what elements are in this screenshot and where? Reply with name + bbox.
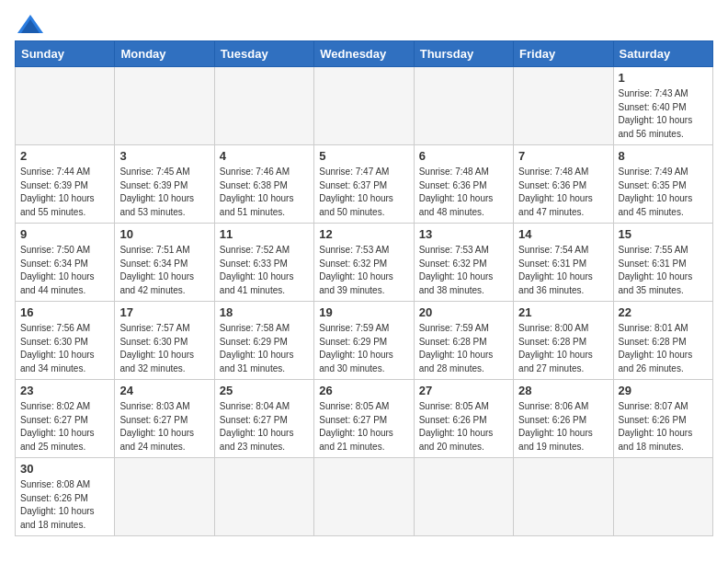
calendar-week-row: 1Sunrise: 7:43 AM Sunset: 6:40 PM Daylig… xyxy=(16,67,713,145)
day-info: Sunrise: 7:44 AM Sunset: 6:39 PM Dayligh… xyxy=(20,166,109,219)
day-info: Sunrise: 8:04 AM Sunset: 6:27 PM Dayligh… xyxy=(220,400,309,454)
day-number: 30 xyxy=(20,462,109,476)
calendar-cell: 3Sunrise: 7:45 AM Sunset: 6:39 PM Daylig… xyxy=(115,145,214,224)
day-info: Sunrise: 7:57 AM Sunset: 6:30 PM Dayligh… xyxy=(119,322,209,375)
day-number: 23 xyxy=(20,384,109,397)
day-info: Sunrise: 8:00 AM Sunset: 6:28 PM Dayligh… xyxy=(518,322,608,375)
calendar-week-row: 9Sunrise: 7:50 AM Sunset: 6:34 PM Daylig… xyxy=(16,224,713,302)
calendar-header-sunday: Sunday xyxy=(16,41,115,67)
day-info: Sunrise: 7:43 AM Sunset: 6:40 PM Dayligh… xyxy=(619,87,708,141)
day-number: 29 xyxy=(619,384,708,397)
day-number: 4 xyxy=(220,149,309,163)
calendar-cell: 17Sunrise: 7:57 AM Sunset: 6:30 PM Dayli… xyxy=(115,302,214,380)
calendar-cell: 28Sunrise: 8:06 AM Sunset: 6:26 PM Dayli… xyxy=(514,380,613,458)
day-info: Sunrise: 7:47 AM Sunset: 6:37 PM Dayligh… xyxy=(319,166,408,219)
day-number: 17 xyxy=(119,305,209,319)
calendar-week-row: 30Sunrise: 8:08 AM Sunset: 6:26 PM Dayli… xyxy=(16,458,713,536)
day-number: 6 xyxy=(419,149,508,163)
day-number: 28 xyxy=(518,384,608,397)
calendar-header-thursday: Thursday xyxy=(414,41,513,67)
day-info: Sunrise: 7:52 AM Sunset: 6:33 PM Dayligh… xyxy=(220,244,309,297)
day-number: 14 xyxy=(518,227,608,241)
day-number: 27 xyxy=(419,384,508,397)
calendar-cell: 18Sunrise: 7:58 AM Sunset: 6:29 PM Dayli… xyxy=(214,302,313,380)
day-info: Sunrise: 8:05 AM Sunset: 6:27 PM Dayligh… xyxy=(319,400,408,454)
day-info: Sunrise: 7:51 AM Sunset: 6:34 PM Dayligh… xyxy=(119,244,209,297)
day-number: 19 xyxy=(319,305,408,319)
day-number: 24 xyxy=(119,384,209,397)
day-info: Sunrise: 7:50 AM Sunset: 6:34 PM Dayligh… xyxy=(20,244,109,297)
calendar-cell xyxy=(115,458,214,536)
day-number: 18 xyxy=(220,305,309,319)
calendar-week-row: 16Sunrise: 7:56 AM Sunset: 6:30 PM Dayli… xyxy=(16,302,713,380)
calendar-header-monday: Monday xyxy=(115,41,214,67)
day-number: 26 xyxy=(319,384,408,397)
calendar-week-row: 2Sunrise: 7:44 AM Sunset: 6:39 PM Daylig… xyxy=(16,145,713,224)
day-number: 12 xyxy=(319,227,408,241)
day-info: Sunrise: 8:05 AM Sunset: 6:26 PM Dayligh… xyxy=(419,400,508,454)
calendar-cell: 11Sunrise: 7:52 AM Sunset: 6:33 PM Dayli… xyxy=(214,224,313,302)
day-number: 21 xyxy=(518,305,608,319)
day-info: Sunrise: 7:45 AM Sunset: 6:39 PM Dayligh… xyxy=(119,166,209,219)
calendar-cell: 23Sunrise: 8:02 AM Sunset: 6:27 PM Dayli… xyxy=(16,380,115,458)
calendar-cell xyxy=(514,67,613,145)
day-number: 5 xyxy=(319,149,408,163)
day-number: 10 xyxy=(119,227,209,241)
day-number: 25 xyxy=(220,384,309,397)
day-info: Sunrise: 7:55 AM Sunset: 6:31 PM Dayligh… xyxy=(619,244,708,297)
calendar-cell: 6Sunrise: 7:48 AM Sunset: 6:36 PM Daylig… xyxy=(414,145,513,224)
day-number: 22 xyxy=(619,305,708,319)
calendar-cell: 13Sunrise: 7:53 AM Sunset: 6:32 PM Dayli… xyxy=(414,224,513,302)
calendar-cell: 16Sunrise: 7:56 AM Sunset: 6:30 PM Dayli… xyxy=(16,302,115,380)
day-info: Sunrise: 7:53 AM Sunset: 6:32 PM Dayligh… xyxy=(319,244,408,297)
calendar-header-saturday: Saturday xyxy=(613,41,712,67)
calendar-cell: 9Sunrise: 7:50 AM Sunset: 6:34 PM Daylig… xyxy=(16,224,115,302)
day-number: 13 xyxy=(419,227,508,241)
day-number: 7 xyxy=(518,149,608,163)
day-info: Sunrise: 8:02 AM Sunset: 6:27 PM Dayligh… xyxy=(20,400,109,454)
calendar-cell xyxy=(514,458,613,536)
day-info: Sunrise: 8:01 AM Sunset: 6:28 PM Dayligh… xyxy=(619,322,708,375)
calendar-cell: 2Sunrise: 7:44 AM Sunset: 6:39 PM Daylig… xyxy=(16,145,115,224)
logo xyxy=(15,15,43,33)
calendar-table: SundayMondayTuesdayWednesdayThursdayFrid… xyxy=(15,40,713,536)
day-info: Sunrise: 7:54 AM Sunset: 6:31 PM Dayligh… xyxy=(518,244,608,297)
calendar-cell: 7Sunrise: 7:48 AM Sunset: 6:36 PM Daylig… xyxy=(514,145,613,224)
calendar-cell: 4Sunrise: 7:46 AM Sunset: 6:38 PM Daylig… xyxy=(214,145,313,224)
day-info: Sunrise: 7:59 AM Sunset: 6:28 PM Dayligh… xyxy=(419,322,508,375)
calendar-cell: 12Sunrise: 7:53 AM Sunset: 6:32 PM Dayli… xyxy=(314,224,414,302)
calendar-cell xyxy=(214,458,313,536)
day-number: 9 xyxy=(20,227,109,241)
day-number: 11 xyxy=(220,227,309,241)
day-info: Sunrise: 7:48 AM Sunset: 6:36 PM Dayligh… xyxy=(419,166,508,219)
day-number: 2 xyxy=(20,149,109,163)
calendar-week-row: 23Sunrise: 8:02 AM Sunset: 6:27 PM Dayli… xyxy=(16,380,713,458)
day-info: Sunrise: 7:48 AM Sunset: 6:36 PM Dayligh… xyxy=(518,166,608,219)
calendar-cell: 21Sunrise: 8:00 AM Sunset: 6:28 PM Dayli… xyxy=(514,302,613,380)
calendar-cell: 8Sunrise: 7:49 AM Sunset: 6:35 PM Daylig… xyxy=(613,145,712,224)
calendar-cell xyxy=(16,67,115,145)
day-number: 15 xyxy=(619,227,708,241)
calendar-cell xyxy=(613,458,712,536)
calendar-cell: 24Sunrise: 8:03 AM Sunset: 6:27 PM Dayli… xyxy=(115,380,214,458)
calendar-cell xyxy=(214,67,313,145)
day-info: Sunrise: 8:08 AM Sunset: 6:26 PM Dayligh… xyxy=(20,478,109,532)
calendar-cell xyxy=(115,67,214,145)
calendar-cell: 26Sunrise: 8:05 AM Sunset: 6:27 PM Dayli… xyxy=(314,380,414,458)
day-info: Sunrise: 8:07 AM Sunset: 6:26 PM Dayligh… xyxy=(619,400,708,454)
calendar-cell: 14Sunrise: 7:54 AM Sunset: 6:31 PM Dayli… xyxy=(514,224,613,302)
calendar-cell xyxy=(314,67,414,145)
day-info: Sunrise: 8:06 AM Sunset: 6:26 PM Dayligh… xyxy=(518,400,608,454)
calendar-cell: 19Sunrise: 7:59 AM Sunset: 6:29 PM Dayli… xyxy=(314,302,414,380)
day-number: 1 xyxy=(619,71,708,85)
calendar-cell xyxy=(314,458,414,536)
calendar-cell xyxy=(414,67,513,145)
calendar-header-friday: Friday xyxy=(514,41,613,67)
day-info: Sunrise: 7:59 AM Sunset: 6:29 PM Dayligh… xyxy=(319,322,408,375)
day-info: Sunrise: 8:03 AM Sunset: 6:27 PM Dayligh… xyxy=(119,400,209,454)
calendar-cell: 15Sunrise: 7:55 AM Sunset: 6:31 PM Dayli… xyxy=(613,224,712,302)
calendar-cell: 27Sunrise: 8:05 AM Sunset: 6:26 PM Dayli… xyxy=(414,380,513,458)
day-info: Sunrise: 7:56 AM Sunset: 6:30 PM Dayligh… xyxy=(20,322,109,375)
page-header xyxy=(15,15,713,33)
day-number: 20 xyxy=(419,305,508,319)
